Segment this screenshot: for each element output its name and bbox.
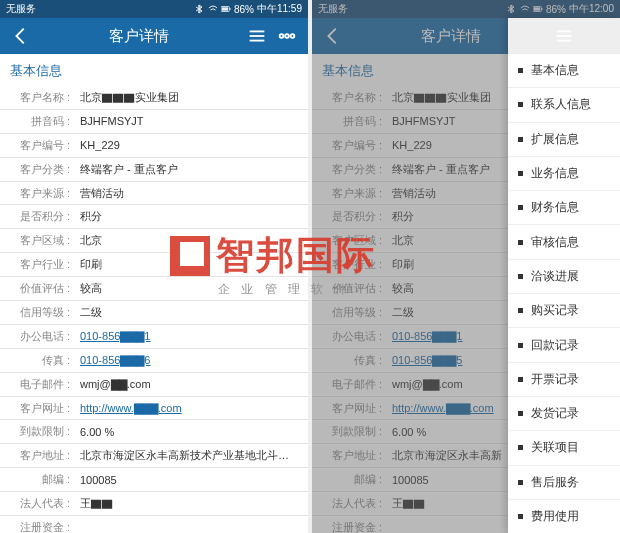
field-label: 客户名称 : — [312, 90, 392, 105]
battery-icon — [533, 4, 543, 14]
carrier-label: 无服务 — [318, 2, 348, 16]
svg-rect-11 — [541, 8, 542, 10]
field-label: 客户区域 : — [312, 233, 392, 248]
field-value: wmj@▇▇.com — [80, 378, 298, 391]
drawer-item[interactable]: 基本信息 — [508, 54, 620, 88]
back-icon[interactable] — [322, 25, 344, 47]
drawer-item-label: 业务信息 — [531, 165, 579, 182]
drawer-item-label: 开票记录 — [531, 371, 579, 388]
field-row: 客户分类 :终端客户 - 重点客户 — [0, 158, 308, 182]
field-row: 是否积分 :积分 — [0, 205, 308, 229]
field-row: 客户来源 :营销活动 — [0, 182, 308, 206]
svg-point-8 — [291, 34, 295, 38]
field-row: 客户地址 :北京市海淀区永丰高新技术产业基地北斗星通大厦 — [0, 444, 308, 468]
drawer-item-label: 联系人信息 — [531, 96, 591, 113]
drawer-item[interactable]: 联系人信息 — [508, 88, 620, 122]
field-value: KH_229 — [80, 139, 298, 151]
drawer-item[interactable]: 洽谈进展 — [508, 260, 620, 294]
field-label: 价值评估 : — [0, 281, 80, 296]
battery-percent: 86% — [234, 4, 254, 15]
menu-icon[interactable] — [246, 25, 268, 47]
drawer-item-label: 回款记录 — [531, 337, 579, 354]
field-label: 客户名称 : — [0, 90, 80, 105]
more-icon[interactable] — [276, 25, 298, 47]
field-label: 拼音码 : — [312, 114, 392, 129]
field-value: 北京市海淀区永丰高新技术产业基地北斗星通大厦 — [80, 448, 298, 463]
field-value: 营销活动 — [80, 186, 298, 201]
field-label: 价值评估 : — [312, 281, 392, 296]
field-label: 客户行业 : — [0, 257, 80, 272]
field-label: 客户地址 : — [0, 448, 80, 463]
field-label: 电子邮件 : — [0, 377, 80, 392]
bullet-icon — [518, 411, 523, 416]
field-row: 法人代表 :王▇▇ — [0, 492, 308, 516]
field-label: 邮编 : — [312, 472, 392, 487]
page-title: 客户详情 — [109, 27, 169, 46]
svg-rect-2 — [229, 8, 230, 10]
field-row: 客户编号 :KH_229 — [0, 134, 308, 158]
field-row: 注册资金 : — [0, 516, 308, 533]
field-value[interactable]: 010-856▇▇▇6 — [80, 354, 298, 367]
field-row: 客户行业 :印刷 — [0, 253, 308, 277]
drawer-item[interactable]: 审核信息 — [508, 225, 620, 259]
drawer-item-label: 发货记录 — [531, 405, 579, 422]
field-label: 客户网址 : — [0, 401, 80, 416]
field-label: 邮编 : — [0, 472, 80, 487]
field-label: 到款限制 : — [0, 424, 80, 439]
clock: 中午12:00 — [569, 2, 614, 16]
field-value[interactable]: 010-856▇▇▇1 — [80, 330, 298, 343]
drawer-item[interactable]: 发货记录 — [508, 397, 620, 431]
bullet-icon — [518, 102, 523, 107]
field-value: 100085 — [80, 474, 298, 486]
field-label: 拼音码 : — [0, 114, 80, 129]
field-value: 印刷 — [80, 257, 298, 272]
field-row: 电子邮件 :wmj@▇▇.com — [0, 373, 308, 397]
bullet-icon — [518, 240, 523, 245]
field-row: 价值评估 :较高 — [0, 277, 308, 301]
drawer-item[interactable]: 回款记录 — [508, 328, 620, 362]
field-label: 传真 : — [0, 353, 80, 368]
field-label: 传真 : — [312, 353, 392, 368]
field-label: 注册资金 : — [312, 520, 392, 533]
drawer-item[interactable]: 财务信息 — [508, 191, 620, 225]
field-value: 较高 — [80, 281, 298, 296]
bullet-icon — [518, 274, 523, 279]
drawer-item-label: 审核信息 — [531, 234, 579, 251]
field-label: 办公电话 : — [0, 329, 80, 344]
drawer-item-label: 费用使用 — [531, 508, 579, 525]
drawer-item[interactable]: 费用使用 — [508, 500, 620, 533]
svg-point-7 — [285, 34, 289, 38]
drawer-item[interactable]: 购买记录 — [508, 294, 620, 328]
field-value: 积分 — [80, 209, 298, 224]
svg-rect-1 — [222, 7, 228, 10]
field-value: 王▇▇ — [80, 496, 298, 511]
field-value: BJHFMSYJT — [80, 115, 298, 127]
field-label: 客户来源 : — [312, 186, 392, 201]
field-row: 拼音码 :BJHFMSYJT — [0, 110, 308, 134]
wifi-icon — [520, 4, 530, 14]
bullet-icon — [518, 480, 523, 485]
drawer-item-label: 售后服务 — [531, 474, 579, 491]
clock: 中午11:59 — [257, 2, 302, 16]
bullet-icon — [518, 377, 523, 382]
bluetooth-icon — [507, 4, 517, 14]
svg-point-6 — [280, 34, 284, 38]
drawer-item[interactable]: 业务信息 — [508, 157, 620, 191]
drawer-item[interactable]: 售后服务 — [508, 466, 620, 500]
field-label: 客户来源 : — [0, 186, 80, 201]
field-label: 客户分类 : — [312, 162, 392, 177]
field-row: 信用等级 :二级 — [0, 301, 308, 325]
menu-icon[interactable] — [553, 25, 575, 47]
drawer-item[interactable]: 扩展信息 — [508, 123, 620, 157]
field-row: 客户区域 :北京 — [0, 229, 308, 253]
drawer-item-label: 洽谈进展 — [531, 268, 579, 285]
bullet-icon — [518, 171, 523, 176]
drawer-item[interactable]: 关联项目 — [508, 431, 620, 465]
drawer-item[interactable]: 开票记录 — [508, 363, 620, 397]
field-value[interactable]: http://www.▇▇▇.com — [80, 402, 298, 415]
field-label: 到款限制 : — [312, 424, 392, 439]
field-label: 客户编号 : — [0, 138, 80, 153]
field-value: 二级 — [80, 305, 298, 320]
back-icon[interactable] — [10, 25, 32, 47]
field-value: 北京▇▇▇实业集团 — [80, 90, 298, 105]
